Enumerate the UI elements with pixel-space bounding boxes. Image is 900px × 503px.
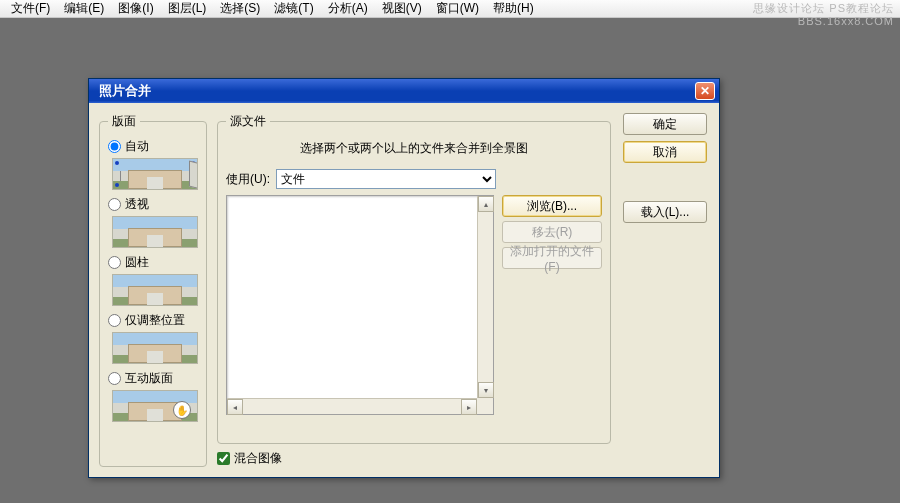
source-instruction: 选择两个或两个以上的文件来合并到全景图 bbox=[226, 140, 602, 157]
menu-file[interactable]: 文件(F) bbox=[4, 0, 57, 17]
dialog-title: 照片合并 bbox=[99, 82, 695, 100]
layout-legend: 版面 bbox=[108, 113, 140, 130]
menu-image[interactable]: 图像(I) bbox=[111, 0, 160, 17]
scroll-left-arrow[interactable]: ◂ bbox=[227, 399, 243, 415]
scroll-right-arrow[interactable]: ▸ bbox=[461, 399, 477, 415]
vertical-scrollbar[interactable]: ▴ ▾ bbox=[477, 196, 493, 398]
load-button[interactable]: 载入(L)... bbox=[623, 201, 707, 223]
menu-view[interactable]: 视图(V) bbox=[375, 0, 429, 17]
radio-cylindrical[interactable] bbox=[108, 256, 121, 269]
blend-checkbox[interactable] bbox=[217, 452, 230, 465]
blend-row[interactable]: 混合图像 bbox=[217, 450, 611, 467]
scroll-corner bbox=[477, 398, 493, 414]
radio-reposition[interactable] bbox=[108, 314, 121, 327]
cancel-button[interactable]: 取消 bbox=[623, 141, 707, 163]
source-legend: 源文件 bbox=[226, 113, 270, 130]
thumb-auto bbox=[112, 158, 198, 190]
thumb-cylindrical bbox=[112, 274, 198, 306]
blend-label: 混合图像 bbox=[234, 450, 282, 467]
close-button[interactable]: ✕ bbox=[695, 82, 715, 100]
menu-help[interactable]: 帮助(H) bbox=[486, 0, 541, 17]
layout-option-cylindrical[interactable]: 圆柱 bbox=[108, 254, 198, 310]
remove-button: 移去(R) bbox=[502, 221, 602, 243]
file-list[interactable]: ▴ ▾ ◂ ▸ bbox=[226, 195, 494, 415]
radio-perspective[interactable] bbox=[108, 198, 121, 211]
thumb-reposition bbox=[112, 332, 198, 364]
source-group: 源文件 选择两个或两个以上的文件来合并到全景图 使用(U): 文件 ▴ ▾ bbox=[217, 113, 611, 444]
hand-cursor-icon: ✋ bbox=[173, 401, 191, 419]
menu-edit[interactable]: 编辑(E) bbox=[57, 0, 111, 17]
browse-button[interactable]: 浏览(B)... bbox=[502, 195, 602, 217]
layout-option-interactive[interactable]: 互动版面 ✋ bbox=[108, 370, 198, 426]
ok-button[interactable]: 确定 bbox=[623, 113, 707, 135]
horizontal-scrollbar[interactable]: ◂ ▸ bbox=[227, 398, 493, 414]
menu-window[interactable]: 窗口(W) bbox=[429, 0, 486, 17]
scroll-up-arrow[interactable]: ▴ bbox=[478, 196, 494, 212]
thumb-interactive: ✋ bbox=[112, 390, 198, 422]
menu-layer[interactable]: 图层(L) bbox=[161, 0, 214, 17]
thumb-perspective bbox=[112, 216, 198, 248]
radio-auto[interactable] bbox=[108, 140, 121, 153]
watermark: 思缘设计论坛 PS教程论坛 BBS.16xx8.COM bbox=[753, 2, 894, 28]
titlebar[interactable]: 照片合并 ✕ bbox=[89, 79, 719, 103]
scroll-down-arrow[interactable]: ▾ bbox=[478, 382, 494, 398]
use-label: 使用(U): bbox=[226, 171, 270, 188]
photomerge-dialog: 照片合并 ✕ 版面 自动 透视 圆柱 bbox=[88, 78, 720, 478]
layout-option-perspective[interactable]: 透视 bbox=[108, 196, 198, 252]
menu-analysis[interactable]: 分析(A) bbox=[321, 0, 375, 17]
radio-interactive[interactable] bbox=[108, 372, 121, 385]
menu-select[interactable]: 选择(S) bbox=[213, 0, 267, 17]
layout-option-auto[interactable]: 自动 bbox=[108, 138, 198, 194]
layout-option-reposition[interactable]: 仅调整位置 bbox=[108, 312, 198, 368]
layout-group: 版面 自动 透视 圆柱 仅调整位置 bbox=[99, 113, 207, 467]
use-select[interactable]: 文件 bbox=[276, 169, 496, 189]
add-open-files-button: 添加打开的文件(F) bbox=[502, 247, 602, 269]
menu-filter[interactable]: 滤镜(T) bbox=[267, 0, 320, 17]
